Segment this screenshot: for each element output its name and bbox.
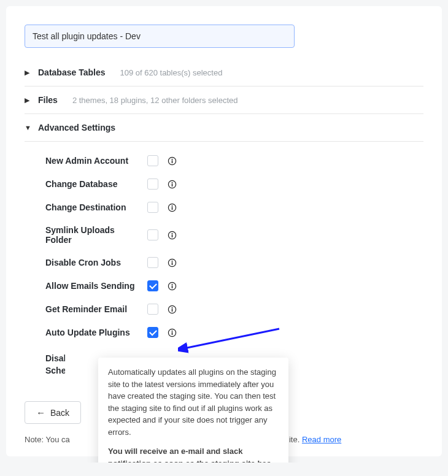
setting-label: Symlink Uploads Folder — [45, 225, 139, 245]
info-icon[interactable] — [167, 202, 177, 212]
staging-name-input[interactable] — [25, 25, 295, 48]
info-icon[interactable] — [167, 156, 177, 166]
svg-rect-11 — [171, 234, 172, 237]
setting-label: Disab Scheo — [45, 353, 65, 377]
checkbox-reminder[interactable] — [147, 304, 158, 315]
svg-rect-8 — [171, 207, 172, 210]
caret-right-icon: ▶ — [25, 96, 32, 104]
tooltip-paragraph: You will receive an e-mail and slack not… — [108, 445, 279, 463]
svg-rect-17 — [171, 285, 172, 288]
tooltip-paragraph: Automatically updates all plugins on the… — [108, 366, 279, 438]
setting-label: Allow Emails Sending — [45, 281, 139, 291]
section-meta: 109 of 620 tables(s) selected — [120, 68, 222, 77]
setting-auto-update: Auto Update Plugins — [45, 321, 423, 344]
svg-rect-5 — [171, 183, 172, 186]
checkbox-symlink[interactable] — [147, 229, 158, 240]
svg-point-10 — [171, 232, 172, 234]
svg-point-13 — [171, 260, 172, 261]
info-icon-auto-update[interactable] — [167, 328, 177, 337]
tooltip-auto-update: Automatically updates all plugins on the… — [98, 358, 288, 463]
checkbox-change-dest[interactable] — [147, 202, 158, 213]
section-files[interactable]: ▶ Files 2 themes, 18 plugins, 12 other f… — [25, 86, 423, 114]
setting-change-db: Change Database — [45, 172, 423, 196]
svg-point-19 — [171, 307, 172, 308]
info-icon[interactable] — [167, 304, 177, 314]
svg-point-16 — [171, 283, 172, 285]
section-label: Advanced Settings — [38, 123, 115, 132]
svg-point-4 — [171, 182, 172, 183]
section-meta: 2 themes, 18 plugins, 12 other folders s… — [72, 96, 238, 105]
setting-label: Change Database — [45, 179, 139, 189]
back-label: Back — [50, 408, 69, 418]
setting-change-dest: Change Destination — [45, 196, 423, 219]
setting-label: Change Destination — [45, 202, 139, 212]
checkbox-change-db[interactable] — [147, 178, 158, 190]
setting-label: Disable Cron Jobs — [45, 258, 139, 267]
caret-down-icon: ▼ — [25, 124, 32, 131]
info-icon[interactable] — [167, 179, 177, 189]
read-more-link[interactable]: Read more — [302, 435, 341, 444]
svg-point-22 — [171, 330, 172, 331]
section-advanced[interactable]: ▼ Advanced Settings — [25, 114, 423, 142]
setting-label: Auto Update Plugins — [45, 328, 139, 337]
checkbox-auto-update[interactable] — [147, 327, 158, 338]
svg-point-7 — [171, 205, 172, 206]
back-button[interactable]: ← Back — [25, 401, 81, 424]
section-database-tables[interactable]: ▶ Database Tables 109 of 620 tables(s) s… — [25, 59, 423, 86]
checkbox-new-admin[interactable] — [147, 155, 158, 166]
checkbox-allow-emails[interactable] — [147, 280, 158, 291]
setting-symlink: Symlink Uploads Folder — [45, 219, 423, 251]
svg-point-1 — [171, 158, 172, 159]
setting-reminder: Get Reminder Email — [45, 298, 423, 321]
setting-label: New Admin Account — [45, 156, 139, 166]
section-label: Files — [38, 95, 58, 105]
info-icon[interactable] — [167, 230, 177, 240]
section-label: Database Tables — [38, 67, 105, 77]
info-icon[interactable] — [167, 281, 177, 291]
setting-label: Get Reminder Email — [45, 304, 139, 314]
svg-rect-2 — [171, 160, 172, 163]
checkbox-disable-cron[interactable] — [147, 257, 158, 268]
setting-disable-cron: Disable Cron Jobs — [45, 251, 423, 274]
setting-allow-emails: Allow Emails Sending — [45, 274, 423, 298]
info-icon[interactable] — [167, 258, 177, 267]
setting-new-admin: New Admin Account — [45, 149, 423, 172]
caret-right-icon: ▶ — [25, 69, 32, 77]
svg-rect-20 — [171, 309, 172, 312]
svg-rect-23 — [171, 332, 172, 335]
svg-rect-14 — [171, 262, 172, 265]
arrow-left-icon: ← — [36, 407, 45, 418]
